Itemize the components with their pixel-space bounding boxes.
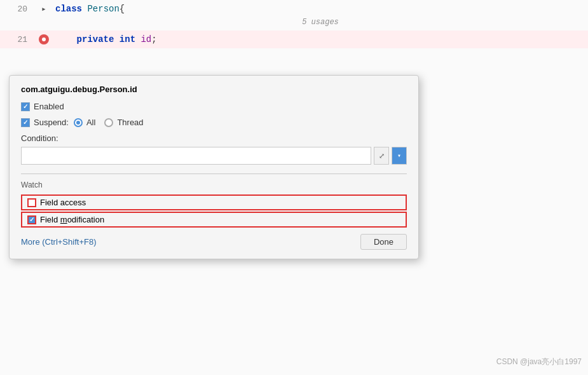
line-number-21: 21: [0, 35, 35, 44]
suspend-row: ✓ Suspend: All Thread: [21, 118, 407, 127]
condition-input[interactable]: [21, 147, 371, 165]
field-modification-label-text: Field modification: [40, 215, 104, 224]
field-modification-item: ✓ Field modification: [21, 212, 407, 228]
field-modification-label: Field modification: [40, 215, 104, 224]
line-gutter-20: ▸: [35, 4, 53, 14]
enabled-text: Enabled: [34, 102, 64, 111]
enabled-label[interactable]: ✓ Enabled: [21, 102, 64, 111]
code-line-21: 21 private int id;: [0, 31, 588, 48]
suspend-text: Suspend:: [34, 118, 69, 127]
watchpoint-dialog: com.atguigu.debug.Person.id ✓ Enabled ✓ …: [9, 75, 419, 259]
line-content-20: class Person{: [53, 4, 588, 14]
dropdown-button[interactable]: ▾: [392, 147, 407, 165]
line-content-21: private int id;: [53, 34, 588, 44]
breakpoint-icon-21[interactable]: [39, 34, 49, 44]
field-modification-check: ✓: [29, 216, 34, 223]
enabled-row: ✓ Enabled: [21, 102, 407, 111]
line-gutter-21: [35, 34, 53, 44]
radio-thread-label[interactable]: Thread: [104, 118, 143, 127]
radio-all-label[interactable]: All: [74, 118, 95, 127]
radio-all-text: All: [86, 118, 95, 127]
usages-line: 5 usages: [0, 18, 588, 31]
field-access-checkbox[interactable]: [27, 198, 36, 207]
suspend-label[interactable]: ✓ Suspend:: [21, 118, 69, 127]
dialog-title: com.atguigu.debug.Person.id: [21, 85, 407, 94]
suspend-checkbox[interactable]: ✓: [21, 118, 30, 127]
condition-label: Condition:: [21, 133, 407, 143]
line-number-20: 20: [0, 4, 35, 14]
watermark-text: CSDN @java亮小白1997: [496, 357, 582, 367]
suspend-radio-group: All Thread: [74, 118, 144, 127]
radio-thread-text: Thread: [117, 118, 143, 127]
radio-thread-btn[interactable]: [104, 118, 113, 127]
radio-all-btn[interactable]: [74, 118, 83, 127]
dialog-footer: More (Ctrl+Shift+F8) Done: [21, 234, 407, 250]
field-access-item: Field access: [21, 194, 407, 210]
enabled-checkbox[interactable]: ✓: [21, 102, 30, 111]
done-button[interactable]: Done: [360, 234, 407, 250]
expand-button[interactable]: ⤢: [374, 147, 389, 165]
arrow-icon-20: ▸: [41, 4, 46, 14]
field-access-label: Field access: [40, 198, 86, 207]
usages-text: 5 usages: [53, 18, 588, 27]
field-modification-checkbox[interactable]: ✓: [27, 215, 36, 224]
code-line-20: 20 ▸ class Person{: [0, 0, 588, 18]
section-divider: [21, 174, 407, 174]
condition-input-row: ⤢ ▾: [21, 147, 407, 165]
more-link[interactable]: More (Ctrl+Shift+F8): [21, 237, 96, 247]
watch-section-label: Watch: [21, 181, 407, 189]
